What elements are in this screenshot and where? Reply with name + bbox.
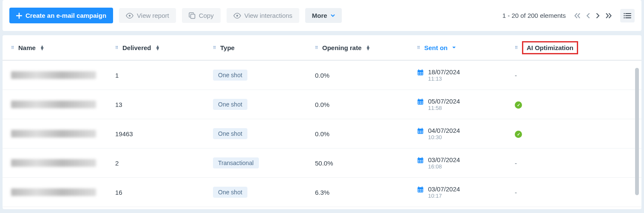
cell-ai-optimization: ✓: [515, 101, 633, 109]
cell-type: One shot: [213, 99, 315, 110]
drag-handle-icon[interactable]: ⠿: [213, 45, 216, 50]
cell-delivered: 1: [115, 72, 213, 79]
column-rate-label: Opening rate: [322, 44, 362, 51]
svg-rect-21: [418, 103, 419, 104]
cell-name: [11, 159, 115, 167]
cell-opening-rate: 0.0%: [315, 130, 417, 137]
svg-rect-38: [422, 160, 423, 161]
calendar-icon: [417, 157, 424, 164]
svg-rect-27: [418, 131, 419, 132]
sort-icon[interactable]: ▲▼: [366, 45, 371, 50]
table-row[interactable]: 2Transactional50.0%03/07/202416:08-: [3, 149, 641, 178]
cell-type: One shot: [213, 128, 315, 139]
cell-sent-on: 03/07/202416:08: [417, 156, 515, 170]
table-row[interactable]: 1One shot0.0%18/07/202411:13-: [3, 61, 641, 90]
chevron-down-icon: [331, 14, 335, 17]
cell-sent-on: 05/07/202411:58: [417, 98, 515, 111]
eye-icon: [233, 13, 241, 19]
svg-rect-47: [422, 189, 423, 190]
column-ai-label: AI Optimization: [527, 44, 573, 51]
drag-handle-icon[interactable]: ⠿: [315, 45, 318, 50]
date-value: 05/07/2024: [428, 98, 460, 105]
column-header-name[interactable]: ⠿ Name ▲▼: [11, 44, 115, 51]
sort-icon[interactable]: ▲▼: [156, 45, 160, 50]
svg-rect-11: [422, 72, 423, 73]
date-value: 18/07/2024: [428, 68, 460, 76]
column-name-label: Name: [18, 44, 36, 51]
svg-rect-40: [420, 162, 421, 163]
svg-point-3: [624, 13, 625, 14]
date-value: 03/07/2024: [428, 156, 460, 163]
svg-rect-29: [422, 131, 423, 132]
type-tag: One shot: [213, 99, 247, 110]
table-row[interactable]: 19463One shot0.0%04/07/202410:30✓: [3, 119, 641, 149]
view-report-button[interactable]: View report: [119, 8, 176, 23]
svg-rect-37: [420, 160, 421, 161]
check-icon: ✓: [515, 131, 522, 138]
time-value: 10:17: [428, 193, 460, 199]
cell-delivered: 16: [115, 189, 213, 196]
calendar-icon: [417, 69, 424, 76]
toolbar-right-group: 1 - 20 of 200 elements: [502, 9, 635, 22]
svg-point-0: [129, 14, 131, 16]
column-header-delivered[interactable]: ⠿ Delivered ▲▼: [115, 44, 213, 51]
cell-ai-optimization: ✓: [515, 130, 633, 138]
copy-label: Copy: [199, 12, 214, 19]
view-interactions-button[interactable]: View interactions: [227, 8, 299, 23]
view-interactions-label: View interactions: [244, 12, 292, 19]
cell-delivered: 2: [115, 160, 213, 167]
next-page-button[interactable]: [595, 12, 601, 19]
svg-rect-45: [418, 189, 419, 190]
campaign-name-blurred: [11, 188, 96, 196]
drag-handle-icon[interactable]: ⠿: [417, 45, 420, 50]
column-header-ai-optimization[interactable]: ⠿ AI Optimization: [515, 41, 633, 54]
first-page-button[interactable]: [573, 12, 581, 19]
table-header-row: ⠿ Name ▲▼ ⠿ Delivered ▲▼ ⠿ Type ⠿ Openin…: [3, 35, 641, 61]
column-type-label: Type: [220, 44, 235, 51]
drag-handle-icon[interactable]: ⠿: [515, 45, 518, 50]
svg-rect-49: [420, 191, 421, 192]
plus-icon: [16, 13, 22, 19]
date-value: 04/07/2024: [428, 127, 460, 134]
toolbar: Create an e-mail campaign View report Co…: [3, 0, 641, 31]
svg-rect-9: [418, 72, 419, 73]
svg-rect-32: [422, 132, 423, 133]
column-sent-on-label: Sent on: [424, 44, 448, 51]
calendar-icon: [417, 128, 424, 135]
cell-sent-on: 03/07/202410:17: [417, 185, 515, 199]
drag-handle-icon[interactable]: ⠿: [11, 45, 14, 50]
svg-rect-48: [418, 191, 419, 192]
svg-rect-22: [420, 103, 421, 104]
calendar-icon: [417, 98, 424, 105]
scrollbar[interactable]: [635, 68, 639, 195]
list-icon: [624, 13, 631, 19]
list-view-toggle[interactable]: [620, 9, 635, 22]
column-header-sent-on[interactable]: ⠿ Sent on: [417, 44, 515, 51]
pagination-info: 1 - 20 of 200 elements: [502, 12, 566, 19]
copy-button[interactable]: Copy: [182, 8, 221, 23]
create-campaign-button[interactable]: Create an e-mail campaign: [9, 8, 113, 23]
time-value: 10:30: [428, 134, 460, 140]
sort-desc-icon[interactable]: [452, 46, 456, 49]
view-report-label: View report: [137, 12, 169, 19]
table-row[interactable]: 13One shot0.0%05/07/202411:58✓: [3, 90, 641, 119]
prev-page-button[interactable]: [585, 12, 591, 19]
svg-point-2: [236, 14, 238, 16]
svg-rect-18: [418, 101, 419, 102]
svg-rect-10: [420, 72, 421, 73]
ai-value: -: [515, 160, 517, 167]
sort-icon[interactable]: ▲▼: [40, 45, 45, 50]
calendar-icon: [417, 186, 424, 193]
table-row[interactable]: 16One shot6.3%03/07/202410:17-: [3, 178, 641, 207]
svg-rect-50: [422, 191, 423, 192]
type-tag: One shot: [213, 70, 247, 81]
cell-name: [11, 71, 115, 79]
create-campaign-label: Create an e-mail campaign: [26, 12, 106, 19]
last-page-button[interactable]: [605, 12, 613, 19]
drag-handle-icon[interactable]: ⠿: [115, 45, 118, 50]
column-header-opening-rate[interactable]: ⠿ Opening rate ▲▼: [315, 44, 417, 51]
more-button[interactable]: More: [305, 8, 342, 23]
svg-rect-39: [418, 162, 419, 163]
column-header-type[interactable]: ⠿ Type: [213, 44, 315, 51]
svg-rect-1: [190, 14, 195, 18]
